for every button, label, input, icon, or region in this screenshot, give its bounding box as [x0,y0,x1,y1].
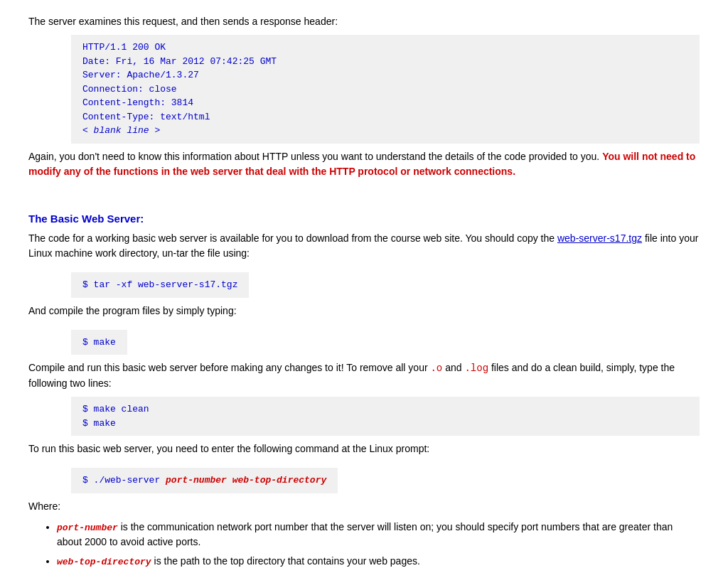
response-line5: Content-length: 3814 [82,97,193,108]
make-command2: $ make [82,418,116,429]
bullet1-label: port-number [57,523,118,533]
body-text1-part1: The code for a working basic web server … [28,232,557,244]
response-line1: HTTP/1.1 200 OK [82,42,166,53]
compile-run-text1: Compile and run this basic web server be… [28,362,430,373]
response-line4: Connection: close [82,84,177,95]
run-command-block: $ ./web-server port-number web-top-direc… [71,468,338,493]
log-suffix: .log [464,363,488,374]
section-title: The Basic Web Server: [28,211,700,227]
intro-paragraph: The server examines this request, and th… [28,14,700,29]
bullet-item-2: web-top-directory is the path to the top… [57,554,700,569]
response-line2: Date: Fri, 16 Mar 2012 07:42:25 GMT [82,56,277,67]
bullet1-text: is the communication network port number… [57,521,673,548]
bullet2-text: is the path to the top directory that co… [151,555,420,567]
o-suffix: .o [430,363,442,374]
response-line3: Server: Apache/1.3.27 [82,70,199,80]
compile-run-paragraph: Compile and run this basic web server be… [28,360,700,391]
run-paragraph: To run this basic web server, you need t… [28,441,700,456]
compile-text: And compile the program files by simply … [28,304,700,318]
response-line7: < blank line > [82,125,160,136]
response-line6: Content-Type: text/html [82,112,210,122]
body-paragraph-1: The code for a working basic web server … [28,231,700,261]
warning-normal-text: Again, you don't need to know this infor… [28,151,602,162]
warning-paragraph: Again, you don't need to know this infor… [28,149,700,179]
bullet-item-1: port-number is the communication network… [57,520,700,550]
tar-command: $ tar -xf web-server-s17.tgz [71,272,249,298]
make-command: $ make [71,330,127,355]
bullet-list: port-number is the communication network… [57,520,700,569]
tgz-link[interactable]: web-server-s17.tgz [557,232,642,244]
response-header-block: HTTP/1.1 200 OK Date: Fri, 16 Mar 2012 0… [71,35,700,144]
run-command-static: ./web-server [94,475,166,486]
make-clean-block: $ make clean $ make [71,397,700,436]
compile-run-and: and [442,362,464,373]
intro-text: The server examines this request, and th… [28,16,338,27]
run-command-dollar: $ [82,475,94,486]
where-label: Where: [28,499,700,514]
bullet2-label: web-top-directory [57,557,151,567]
run-command-params: port-number web-top-directory [166,475,326,486]
make-clean-command: $ make clean [82,404,149,414]
